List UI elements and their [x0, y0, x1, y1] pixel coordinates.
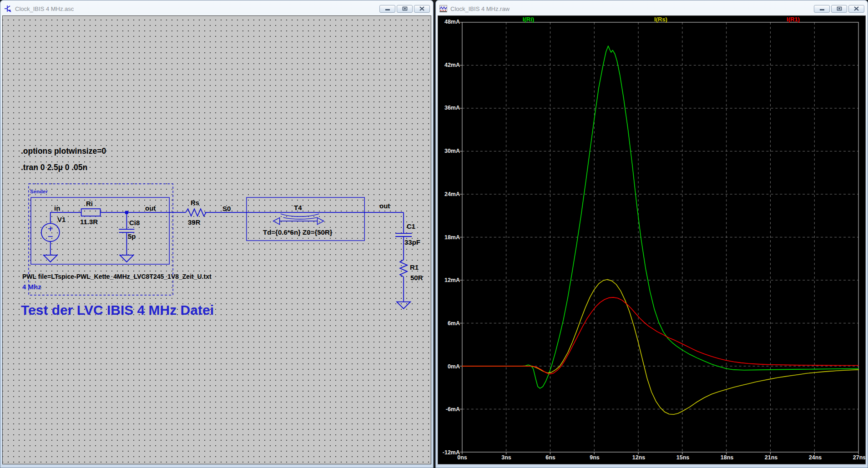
sender-box-label[interactable]: Sender — [30, 189, 48, 195]
ground-symbol-r1[interactable] — [397, 302, 410, 309]
component-name-c1[interactable]: C1 — [407, 223, 415, 231]
wires[interactable] — [50, 212, 404, 302]
net-label-in[interactable]: in — [54, 205, 60, 212]
mdi-workspace: Clock_IBIS 4 MHz.asc — [0, 0, 868, 468]
waveform-window-titlebar[interactable]: Clock_IBIS 4 MHz.raw — [439, 3, 864, 15]
ground-symbol-v1[interactable] — [44, 255, 57, 262]
component-name-ci8[interactable]: Ci8 — [129, 219, 140, 227]
component-value-r1[interactable]: 50R — [410, 274, 423, 282]
window-title: Clock_IBIS 4 MHz.asc — [15, 5, 74, 12]
capacitor-c1[interactable] — [395, 233, 412, 237]
waveform-window: Clock_IBIS 4 MHz.raw 48mA42mA36mA30mA24m… — [435, 0, 868, 468]
ground-symbol-ci8[interactable] — [120, 255, 133, 262]
wire-junction — [125, 211, 128, 214]
legend-trace-label[interactable]: I(R1) — [775, 16, 812, 23]
window-title: Clock_IBIS 4 MHz.raw — [450, 5, 510, 12]
capacitor-ci8[interactable] — [119, 229, 134, 232]
close-button[interactable] — [848, 5, 864, 13]
maximize-button[interactable] — [831, 5, 847, 13]
legend-trace-label[interactable]: I(Rs) — [643, 16, 679, 23]
legend-trace-label[interactable]: I(Ri) — [510, 16, 547, 23]
maximize-icon — [837, 6, 842, 11]
schematic-window-titlebar[interactable]: Clock_IBIS 4 MHz.asc — [4, 3, 430, 15]
component-name-v1[interactable]: V1 — [57, 216, 66, 224]
schematic-canvas[interactable]: .options plotwinsize=0 .tran 0 2.5µ 0 .0… — [2, 15, 431, 464]
resistor-ri[interactable] — [81, 209, 101, 216]
maximize-icon — [402, 6, 408, 11]
schematic-doc-icon — [4, 5, 12, 13]
net-label-s0[interactable]: S0 — [222, 205, 231, 213]
minimize-button[interactable] — [379, 5, 395, 13]
spice-directive[interactable]: .options plotwinsize=0 — [21, 147, 106, 156]
close-icon — [854, 6, 859, 11]
schematic-caption[interactable]: Test der LVC IBIS 4 MHz Datei — [21, 302, 214, 317]
window-controls — [814, 5, 864, 13]
frequency-comment[interactable]: 4 Mhz — [22, 283, 41, 291]
net-label-out2[interactable]: out — [379, 202, 390, 210]
net-label-out[interactable]: out — [145, 205, 156, 212]
component-value-ci8[interactable]: 5p — [128, 233, 136, 241]
close-icon — [419, 6, 424, 11]
component-value-rs[interactable]: 39R — [188, 219, 201, 226]
spice-directive[interactable]: .tran 0 2.5µ 0 .05n — [21, 163, 87, 172]
schematic-window: Clock_IBIS 4 MHz.asc — [0, 0, 434, 468]
schematic-drawing — [3, 16, 431, 464]
waveform-doc-icon — [439, 5, 447, 13]
waveform-plot-canvas[interactable]: 48mA42mA36mA30mA24mA18mA12mA6mA0mA-6mA-1… — [438, 15, 866, 464]
component-name-r1[interactable]: R1 — [410, 264, 419, 272]
minimize-icon — [819, 7, 825, 11]
component-value-c1[interactable]: 33pF — [404, 239, 420, 247]
resistor-r1[interactable] — [400, 260, 407, 277]
component-params-t4[interactable]: Td={0.6*6n} Z0={50R} — [263, 229, 333, 237]
component-name-t4[interactable]: T4 — [294, 204, 302, 212]
maximize-button[interactable] — [397, 5, 413, 13]
trace-legend: I(Ri)I(Rs)I(R1) — [438, 16, 865, 464]
component-name-ri[interactable]: Ri — [86, 200, 93, 208]
component-name-rs[interactable]: Rs — [191, 199, 199, 207]
minimize-icon — [385, 7, 390, 11]
voltage-source-v1[interactable] — [41, 223, 60, 242]
pwl-file-comment[interactable]: PWL file=LTspice-PWL_Kette_4MHz_LVC8T245… — [22, 273, 212, 280]
window-controls — [379, 5, 430, 13]
component-value-ri[interactable]: 11.3R — [80, 218, 98, 226]
minimize-button[interactable] — [814, 5, 830, 13]
resistor-rs[interactable] — [186, 209, 206, 216]
close-button[interactable] — [414, 5, 430, 13]
